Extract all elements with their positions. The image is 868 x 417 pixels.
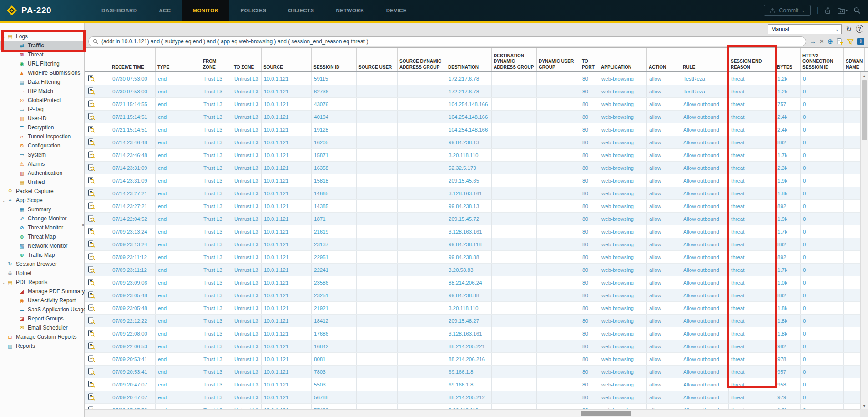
- cell-http2[interactable]: 0: [801, 213, 844, 225]
- cell-http2[interactable]: 0: [801, 136, 844, 148]
- cell-destination[interactable]: 88.214.206.24: [446, 276, 492, 289]
- cell-receive-time[interactable]: 07/09 20:47:07: [110, 378, 156, 391]
- cell-source[interactable]: 10.0.1.121: [262, 404, 312, 409]
- cell-type[interactable]: end: [156, 340, 201, 352]
- cell-detail[interactable]: [85, 200, 98, 212]
- log-row[interactable]: 07/09 22:06:53endTrust L3Untrust L310.0.…: [85, 340, 860, 353]
- cell-type[interactable]: end: [156, 213, 201, 225]
- column-header-dest-dag[interactable]: DESTINATION DYNAMIC ADDRESS GROUP: [492, 48, 537, 71]
- cell-http2[interactable]: 0: [801, 340, 844, 352]
- cell-application[interactable]: web-browsing: [599, 251, 647, 263]
- cell-bytes[interactable]: 1.0k: [775, 276, 801, 289]
- cell-to-zone[interactable]: Untrust L3: [232, 162, 262, 174]
- cell-destination[interactable]: 104.254.148.166: [446, 123, 492, 136]
- cell-action[interactable]: allow: [647, 289, 681, 301]
- cell-bytes[interactable]: 958: [775, 378, 801, 391]
- cell-to-port[interactable]: 80: [580, 302, 599, 314]
- cell-session-end-reason[interactable]: threat: [729, 85, 775, 97]
- cell-bytes[interactable]: 892: [775, 200, 801, 212]
- cell-action[interactable]: allow: [647, 85, 681, 97]
- cell-rule[interactable]: Allow outbound: [681, 174, 729, 187]
- cell-to-zone[interactable]: Untrust L3: [232, 136, 262, 148]
- cell-action[interactable]: allow: [647, 187, 681, 199]
- log-row[interactable]: 07/09 23:05:48endTrust L3Untrust L310.0.…: [85, 302, 860, 315]
- cell-destination[interactable]: 3.20.118.110: [446, 302, 492, 314]
- cell-type[interactable]: end: [156, 72, 201, 85]
- cell-receive-time[interactable]: 07/14 23:46:48: [110, 136, 156, 148]
- cell-http2[interactable]: 0: [801, 276, 844, 289]
- cell-session-id[interactable]: 16205: [312, 136, 357, 148]
- cell-detail[interactable]: [85, 225, 98, 238]
- log-row[interactable]: 07/14 22:04:52endTrust L3Untrust L310.0.…: [85, 213, 860, 225]
- cell-bytes[interactable]: 892: [775, 251, 801, 263]
- cell-action[interactable]: allow: [647, 136, 681, 148]
- cell-destination[interactable]: 88.214.205.221: [446, 340, 492, 352]
- cell-bytes[interactable]: 2.3k: [775, 162, 801, 174]
- cell-session-id[interactable]: 14385: [312, 200, 357, 212]
- global-search-icon[interactable]: [853, 7, 861, 14]
- log-detail-magnifier-icon[interactable]: [88, 113, 95, 121]
- cell-to-zone[interactable]: Untrust L3: [232, 225, 262, 238]
- cell-type[interactable]: end: [156, 123, 201, 136]
- log-row[interactable]: 07/09 22:08:00endTrust L3Untrust L310.0.…: [85, 327, 860, 340]
- cell-bytes[interactable]: 1.9k: [775, 174, 801, 187]
- log-detail-magnifier-icon[interactable]: [88, 381, 95, 389]
- cell-detail[interactable]: [85, 72, 98, 85]
- cell-source[interactable]: 10.0.1.121: [262, 289, 312, 301]
- log-detail-magnifier-icon[interactable]: [88, 126, 95, 134]
- cell-from-zone[interactable]: Trust L3: [201, 123, 232, 136]
- cell-receive-time[interactable]: 07/09 23:05:48: [110, 289, 156, 301]
- load-filter-icon[interactable]: [847, 38, 854, 45]
- cell-detail[interactable]: [85, 111, 98, 123]
- log-detail-magnifier-icon[interactable]: [88, 202, 95, 210]
- cell-action[interactable]: allow: [647, 366, 681, 378]
- cell-type[interactable]: end: [156, 162, 201, 174]
- cell-session-id[interactable]: 59115: [312, 72, 357, 85]
- cell-to-zone[interactable]: Untrust L3: [232, 302, 262, 314]
- apply-filter-icon[interactable]: →: [809, 38, 816, 45]
- sidebar-item-traffic[interactable]: ⇄Traffic: [0, 41, 84, 50]
- cell-action[interactable]: allow: [647, 327, 681, 340]
- cell-detail[interactable]: [85, 213, 98, 225]
- save-filter-icon[interactable]: [836, 38, 843, 45]
- column-header-session-end-reason[interactable]: SESSION END REASON: [729, 48, 775, 71]
- cell-source[interactable]: 10.0.1.121: [262, 174, 312, 187]
- sidebar-item-session-browser[interactable]: ↻Session Browser: [0, 259, 84, 269]
- cell-type[interactable]: end: [156, 391, 201, 403]
- cell-application[interactable]: web-browsing: [599, 302, 647, 314]
- log-row[interactable]: 07/09 23:05:48endTrust L3Untrust L310.0.…: [85, 289, 860, 302]
- cell-rule[interactable]: Allow outbound: [681, 123, 729, 136]
- log-detail-magnifier-icon[interactable]: [88, 87, 95, 96]
- log-detail-magnifier-icon[interactable]: [88, 151, 95, 159]
- cell-source[interactable]: 10.0.1.121: [262, 200, 312, 212]
- cell-source[interactable]: 10.0.1.121: [262, 264, 312, 276]
- sidebar-item-manage-custom-reports[interactable]: ⊞Manage Custom Reports: [0, 332, 84, 341]
- cell-to-port[interactable]: 80: [580, 72, 599, 85]
- cell-receive-time[interactable]: 07/14 23:31:09: [110, 174, 156, 187]
- cell-http2[interactable]: 0: [801, 72, 844, 85]
- cell-type[interactable]: end: [156, 264, 201, 276]
- sidebar-item-unified[interactable]: ▤Unified: [0, 178, 84, 187]
- sidebar-item-summary[interactable]: ▦Summary: [0, 205, 84, 214]
- cell-session-id[interactable]: 23586: [312, 276, 357, 289]
- column-header-detail[interactable]: [85, 48, 98, 71]
- cell-http2[interactable]: 0: [801, 378, 844, 391]
- column-header-from-zone[interactable]: FROM ZONE: [201, 48, 232, 71]
- filter-query-input[interactable]: (addr in 10.0.1.121) and ( subtype eq en…: [88, 36, 806, 46]
- column-header-session-id[interactable]: SESSION ID: [312, 48, 357, 71]
- cell-bytes[interactable]: 892: [775, 289, 801, 301]
- cell-http2[interactable]: 0: [801, 98, 844, 110]
- cell-action[interactable]: allow: [647, 174, 681, 187]
- cell-destination[interactable]: 3.128.163.161: [446, 327, 492, 340]
- cell-to-port[interactable]: 80: [580, 353, 599, 365]
- cell-rule[interactable]: Allow outbound: [681, 404, 729, 409]
- cell-session-id[interactable]: 7803: [312, 366, 357, 378]
- sidebar-item-decryption[interactable]: ≣Decryption: [0, 123, 84, 132]
- cell-receive-time[interactable]: 07/09 20:47:07: [110, 391, 156, 403]
- cell-detail[interactable]: [85, 353, 98, 365]
- cell-action[interactable]: allow: [647, 353, 681, 365]
- cell-type[interactable]: end: [156, 327, 201, 340]
- log-detail-magnifier-icon[interactable]: [88, 138, 95, 147]
- cell-http2[interactable]: 0: [801, 149, 844, 161]
- cell-application[interactable]: web-browsing: [599, 98, 647, 110]
